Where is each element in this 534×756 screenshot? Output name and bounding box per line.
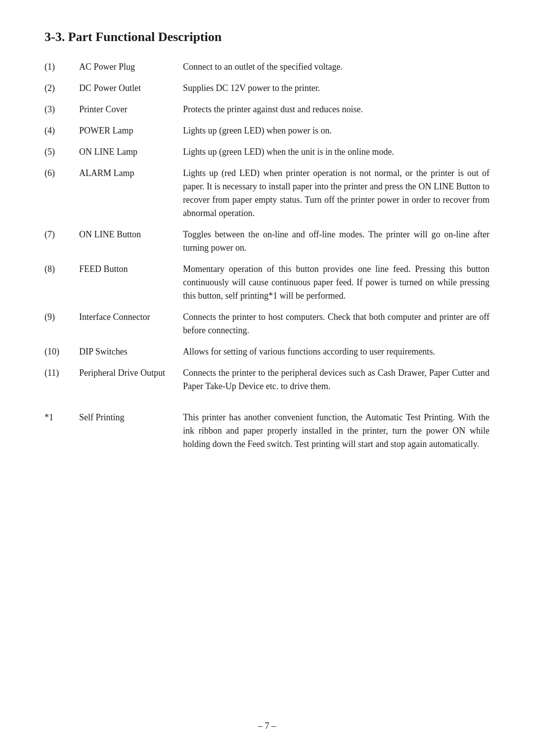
spacer-row <box>44 257 490 261</box>
spacer-row <box>44 339 490 343</box>
spacer-row <box>44 97 490 101</box>
spacer-row <box>44 161 490 165</box>
table-row: (3)Printer CoverProtects the printer aga… <box>44 101 490 118</box>
table-row: (11)Peripheral Drive OutputConnects the … <box>44 364 490 395</box>
item-description: Connect to an outlet of the specified vo… <box>183 58 490 76</box>
spacer-row <box>44 305 490 309</box>
item-name: ALARM Lamp <box>79 165 183 222</box>
footnote-name: Self Printing <box>79 411 183 424</box>
item-name: FEED Button <box>79 261 183 305</box>
footnote-marker: *1 <box>44 411 79 424</box>
footnote-section: *1 Self Printing This printer has anothe… <box>44 411 490 451</box>
item-name: AC Power Plug <box>79 58 183 76</box>
item-description: Momentary operation of this button provi… <box>183 261 490 305</box>
table-row: (5)ON LINE LampLights up (green LED) whe… <box>44 143 490 161</box>
item-description: Lights up (red LED) when printer operati… <box>183 165 490 222</box>
spacer-row <box>44 139 490 143</box>
parts-table: (1)AC Power PlugConnect to an outlet of … <box>44 58 490 395</box>
item-description: Lights up (green LED) when power is on. <box>183 122 490 139</box>
item-number: (9) <box>44 309 79 339</box>
item-number: (8) <box>44 261 79 305</box>
item-name: POWER Lamp <box>79 122 183 139</box>
item-number: (2) <box>44 80 79 97</box>
footnote-desc: This printer has another convenient func… <box>183 411 490 451</box>
item-number: (5) <box>44 143 79 161</box>
item-name: ON LINE Button <box>79 226 183 257</box>
item-number: (3) <box>44 101 79 118</box>
item-description: Lights up (green LED) when the unit is i… <box>183 143 490 161</box>
table-row: (6)ALARM LampLights up (red LED) when pr… <box>44 165 490 222</box>
item-description: Allows for setting of various functions … <box>183 343 490 360</box>
item-number: (10) <box>44 343 79 360</box>
item-name: DC Power Outlet <box>79 80 183 97</box>
item-description: Connects the printer to the peripheral d… <box>183 364 490 395</box>
spacer-row <box>44 222 490 226</box>
table-row: (2)DC Power OutletSupplies DC 12V power … <box>44 80 490 97</box>
footnote-row: *1 Self Printing This printer has anothe… <box>44 411 490 451</box>
item-description: Toggles between the on-line and off-line… <box>183 226 490 257</box>
item-number: (7) <box>44 226 79 257</box>
table-row: (7)ON LINE ButtonToggles between the on-… <box>44 226 490 257</box>
table-row: (1)AC Power PlugConnect to an outlet of … <box>44 58 490 76</box>
item-number: (4) <box>44 122 79 139</box>
item-description: Protects the printer against dust and re… <box>183 101 490 118</box>
table-row: (9)Interface ConnectorConnects the print… <box>44 309 490 339</box>
item-description: Connects the printer to host computers. … <box>183 309 490 339</box>
table-row: (10)DIP SwitchesAllows for setting of va… <box>44 343 490 360</box>
item-name: Printer Cover <box>79 101 183 118</box>
table-row: (8)FEED ButtonMomentary operation of thi… <box>44 261 490 305</box>
item-number: (11) <box>44 364 79 395</box>
spacer-row <box>44 76 490 80</box>
item-number: (6) <box>44 165 79 222</box>
item-name: ON LINE Lamp <box>79 143 183 161</box>
item-number: (1) <box>44 58 79 76</box>
spacer-row <box>44 118 490 122</box>
spacer-row <box>44 360 490 364</box>
section-title: 3-3. Part Functional Description <box>44 30 490 44</box>
item-description: Supplies DC 12V power to the printer. <box>183 80 490 97</box>
table-row: (4)POWER LampLights up (green LED) when … <box>44 122 490 139</box>
page-number: – 7 – <box>0 721 534 731</box>
item-name: Interface Connector <box>79 309 183 339</box>
page: 3-3. Part Functional Description (1)AC P… <box>0 0 534 756</box>
item-name: DIP Switches <box>79 343 183 360</box>
item-name: Peripheral Drive Output <box>79 364 183 395</box>
